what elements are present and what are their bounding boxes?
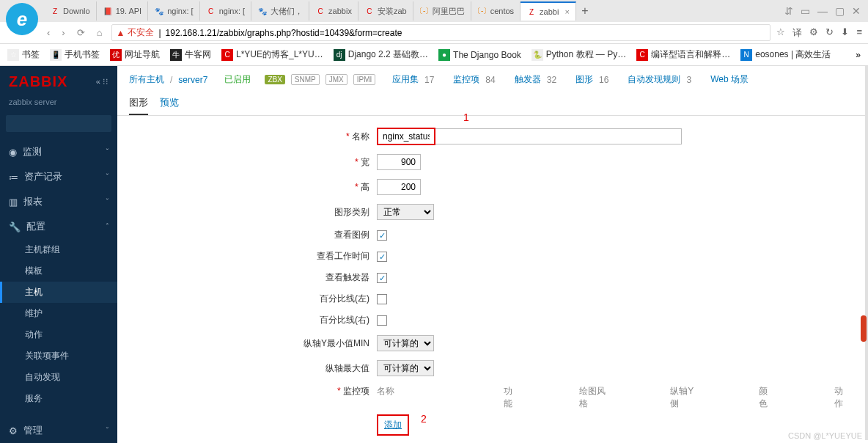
home-button[interactable]: ⌂: [94, 27, 106, 38]
interface-badge: ZBX: [265, 75, 284, 84]
forward-button[interactable]: ›: [59, 27, 67, 38]
bookmark-icon: dj: [334, 49, 345, 61]
bookmark-label: 书签: [22, 48, 40, 61]
addr-icon[interactable]: ↻: [825, 26, 834, 40]
browser-tab[interactable]: 🐾大佬们，: [251, 1, 309, 21]
addr-icon[interactable]: ⚙: [809, 26, 818, 40]
nav-sub-item[interactable]: 模板: [0, 260, 117, 282]
checkbox-triggers[interactable]: [377, 273, 387, 283]
bc-all-hosts[interactable]: 所有主机: [129, 73, 164, 86]
browser-tab[interactable]: Zzabbi×: [521, 1, 576, 21]
bookmark-item[interactable]: 牛牛客网: [170, 48, 211, 61]
nav-sub-item[interactable]: 关联项事件: [0, 345, 117, 367]
bc-link[interactable]: Web 场景: [710, 73, 749, 86]
bc-host[interactable]: server7: [178, 75, 207, 85]
bookmark-item[interactable]: ☆书签: [7, 48, 40, 61]
checkbox-legend[interactable]: [377, 230, 387, 241]
addr-icon[interactable]: ⬇: [841, 26, 849, 40]
browser-tab[interactable]: C安装zab: [358, 1, 413, 21]
label-height: 高: [135, 181, 377, 194]
bookmark-item[interactable]: ●The Django Book: [438, 49, 521, 61]
bc-count: 17: [424, 75, 434, 85]
addr-icon[interactable]: ≡: [856, 26, 862, 40]
select-type[interactable]: 正常: [377, 204, 434, 220]
nav-sub-item[interactable]: 自动发现: [0, 367, 117, 388]
select-ymin[interactable]: 可计算的: [377, 335, 434, 351]
close-icon[interactable]: ×: [564, 7, 569, 16]
window-control[interactable]: ⇵: [784, 5, 793, 17]
nav-management[interactable]: ⚙ 管理 ˇ: [0, 418, 117, 443]
nav-sub-item[interactable]: 维护: [0, 303, 117, 324]
checkbox-pct-left[interactable]: [377, 294, 387, 304]
nav-item[interactable]: 🔧配置ˆ: [0, 214, 117, 239]
input-width[interactable]: [377, 154, 421, 170]
window-control[interactable]: ▢: [835, 5, 845, 17]
scrollbar-track[interactable]: [865, 66, 868, 440]
input-height[interactable]: [377, 179, 421, 195]
chevron-icon: ˇ: [106, 427, 108, 435]
checkbox-pct-right[interactable]: [377, 315, 387, 326]
browser-tab[interactable]: Czabbix: [309, 1, 358, 21]
window-control[interactable]: —: [817, 5, 828, 17]
bookmark-item[interactable]: CL*YUE的博客_L*YU…: [221, 48, 323, 61]
tab-title: 安装zab: [378, 6, 407, 17]
nav-sub-item[interactable]: 动作: [0, 324, 117, 345]
add-item-link[interactable]: 添加: [381, 417, 405, 433]
nav-label: 管理: [23, 424, 43, 437]
input-name-ext[interactable]: [435, 128, 682, 144]
new-tab-button[interactable]: +: [576, 4, 594, 18]
bc-link[interactable]: 触发器: [515, 73, 541, 86]
bookmarks-more[interactable]: »: [856, 50, 861, 60]
bc-link[interactable]: 监控项: [453, 73, 479, 86]
label-pct-left: 百分比线(左): [135, 293, 377, 305]
bookmark-icon: ☆: [7, 49, 19, 61]
bookmarks-bar: ☆书签📱手机书签优网址导航牛牛客网CL*YUE的博客_L*YU…djDjango…: [0, 44, 868, 66]
nav-item[interactable]: ≔资产记录ˇ: [0, 164, 117, 189]
browser-tab[interactable]: Cnginx: [: [200, 1, 251, 21]
back-button[interactable]: ‹: [44, 27, 53, 38]
scrollbar-thumb[interactable]: [861, 315, 867, 342]
browser-tab[interactable]: 🐾nginx: [: [148, 1, 199, 21]
window-control[interactable]: ✕: [852, 5, 861, 17]
items-col-header: 绘图风格: [579, 385, 612, 410]
bookmark-item[interactable]: 🐍Python 教程 — Py…: [532, 48, 626, 61]
form: 1 名称 宽 高 图形类别 正常 查看图例 查看工作时间: [117, 116, 868, 443]
url-box[interactable]: ▲ 不安全 | 192.168.1.21/zabbix/graphs.php?h…: [111, 24, 771, 41]
nav-sub-item[interactable]: 主机: [0, 282, 117, 303]
chevron-icon: ˆ: [106, 223, 108, 231]
bookmark-item[interactable]: Neosones | 高效生活: [740, 48, 831, 61]
bc-link[interactable]: 应用集: [392, 73, 419, 86]
addr-icon[interactable]: ☆: [776, 26, 785, 40]
nav-sub-item[interactable]: 主机群组: [0, 239, 117, 260]
input-name[interactable]: [377, 128, 435, 145]
bc-link[interactable]: 图形: [575, 73, 593, 86]
bookmark-item[interactable]: 优网址导航: [110, 48, 160, 61]
browser-logo: e: [6, 3, 38, 35]
window-control[interactable]: ▭: [801, 5, 810, 17]
browser-tab[interactable]: 〔-〕centos: [471, 1, 521, 21]
checkbox-worktime[interactable]: [377, 252, 387, 262]
browser-tab[interactable]: 📕19. API: [97, 1, 148, 21]
bc-link[interactable]: 自动发现规则: [628, 73, 680, 86]
bookmark-item[interactable]: C编译型语言和解释…: [636, 48, 730, 61]
bookmark-item[interactable]: djDjango 2.2 基础教…: [334, 48, 428, 61]
select-ymax[interactable]: 可计算的: [377, 360, 434, 376]
bookmark-item[interactable]: 📱手机书签: [50, 48, 100, 61]
label-worktime: 查看工作时间: [135, 250, 377, 263]
nav-item[interactable]: ▥报表ˇ: [0, 189, 117, 214]
sidebar-collapse[interactable]: « ⁝⁝: [96, 77, 108, 87]
reload-button[interactable]: ⟳: [74, 27, 88, 38]
browser-tab[interactable]: 〔-〕阿里巴巴: [413, 1, 471, 21]
addr-icon[interactable]: 译: [792, 26, 802, 40]
nav-item[interactable]: ◉监测ˇ: [0, 139, 117, 164]
browser-tab[interactable]: ZDownlo: [44, 1, 97, 21]
search-input[interactable]: [10, 119, 120, 129]
tab-graph[interactable]: 图形: [129, 92, 148, 115]
favicon: 🐾: [257, 6, 268, 16]
tab-title: zabbix: [328, 7, 352, 15]
tab-title: nginx: [: [167, 7, 193, 15]
search-box[interactable]: 🔍: [6, 115, 111, 132]
bookmark-icon: 优: [110, 49, 122, 61]
tab-preview[interactable]: 预览: [160, 92, 179, 115]
nav-sub-item[interactable]: 服务: [0, 388, 117, 409]
